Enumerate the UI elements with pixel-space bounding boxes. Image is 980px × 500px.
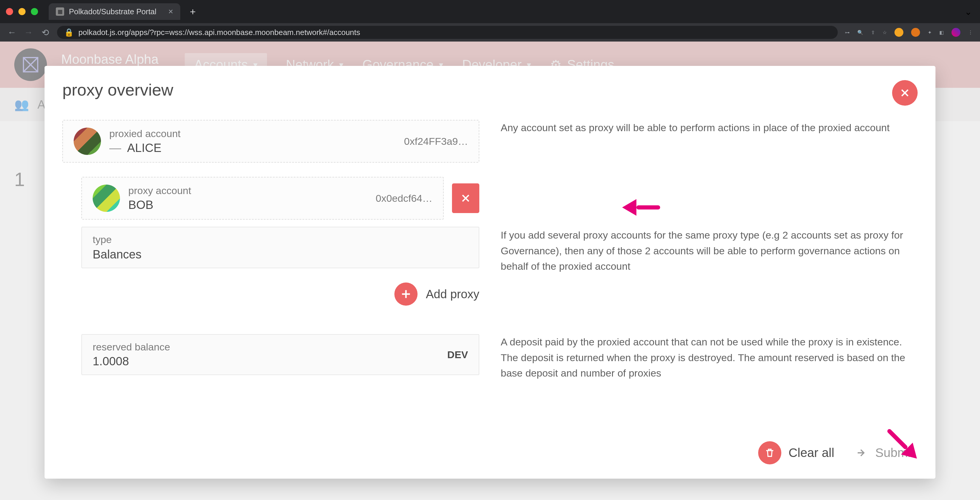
proxied-account-label: proxied account <box>109 128 396 140</box>
clear-all-label: Clear all <box>789 446 834 460</box>
window-zoom-icon[interactable] <box>31 8 38 15</box>
lock-icon: 🔒 <box>64 28 74 37</box>
proxy-account-name: BOB <box>128 198 153 211</box>
extensions-icon[interactable]: ✦ <box>928 30 932 35</box>
reserved-balance-label: reserved balance <box>93 341 170 353</box>
proxied-help-text: Any account set as proxy will be able to… <box>501 120 918 136</box>
clear-all-button[interactable]: Clear all <box>758 441 834 464</box>
add-proxy-button[interactable] <box>395 283 418 306</box>
trash-icon <box>758 441 781 464</box>
reserved-balance-help-text: A deposit paid by the proxied account th… <box>501 334 918 381</box>
window-close-icon[interactable] <box>6 8 13 15</box>
proxy-type-field[interactable]: type Balances <box>81 227 479 268</box>
window-traffic-lights <box>6 8 38 15</box>
key-icon[interactable]: ⊶ <box>845 30 850 35</box>
proxy-account-label: proxy account <box>128 185 368 197</box>
url-text: polkadot.js.org/apps/?rpc=wss://wss.api.… <box>78 28 360 37</box>
proxy-account-hash: 0x0edcf64… <box>375 192 433 204</box>
modal-title: proxy overview <box>62 80 173 99</box>
back-button[interactable]: ← <box>7 28 17 37</box>
metamask-extension-icon[interactable] <box>911 28 920 37</box>
reload-button[interactable]: ⟲ <box>40 28 50 37</box>
zoom-icon[interactable]: 🔍 <box>858 30 863 35</box>
tab-title: Polkadot/Substrate Portal <box>69 7 156 16</box>
identicon-icon <box>93 184 120 212</box>
browser-tab[interactable]: ▦ Polkadot/Substrate Portal × <box>49 3 180 20</box>
proxy-type-help-text: If you add several proxy accounts for th… <box>501 227 918 274</box>
modal-close-button[interactable] <box>892 80 918 106</box>
chrome-menu-icon[interactable]: ⋮ <box>968 30 973 35</box>
proxy-type-value: Balances <box>93 248 142 261</box>
tabs-dropdown-icon[interactable]: ⌄ <box>963 7 973 16</box>
polkadot-extension-icon[interactable] <box>951 28 960 37</box>
proxied-account-hash: 0xf24FF3a9… <box>404 136 468 147</box>
remove-proxy-button[interactable] <box>452 183 479 213</box>
tab-favicon-icon: ▦ <box>56 8 64 16</box>
side-panel-icon[interactable]: ◧ <box>939 30 944 35</box>
proxy-account-field[interactable]: proxy account BOB 0x0edcf64… <box>81 177 444 220</box>
annotation-arrow <box>622 199 660 216</box>
share-icon[interactable]: ⇪ <box>871 30 875 35</box>
identicon-icon <box>74 128 101 155</box>
tab-close-icon[interactable]: × <box>169 7 173 16</box>
reserved-balance-unit: DEV <box>447 349 468 360</box>
proxy-type-label: type <box>93 234 468 245</box>
proxied-account-field[interactable]: proxied account — ALICE 0xf24FF3a9… <box>62 120 479 163</box>
address-bar[interactable]: 🔒 polkadot.js.org/apps/?rpc=wss://wss.ap… <box>57 26 838 39</box>
browser-tab-strip: ▦ Polkadot/Substrate Portal × + ⌄ <box>0 0 980 23</box>
proxy-modal: proxy overview proxied account — ALICE <box>45 66 935 479</box>
reserved-balance-value: 1.0008 <box>93 355 129 368</box>
window-minimize-icon[interactable] <box>18 8 25 15</box>
extension-icon[interactable] <box>894 28 904 37</box>
add-proxy-label: Add proxy <box>426 287 479 301</box>
forward-button[interactable]: → <box>24 28 33 37</box>
bookmark-icon[interactable]: ☆ <box>883 30 887 35</box>
proxied-account-name: ALICE <box>127 141 162 155</box>
submit-icon <box>856 447 868 459</box>
new-tab-button[interactable]: + <box>188 6 198 17</box>
reserved-balance-field: reserved balance 1.0008 DEV <box>81 334 479 375</box>
browser-toolbar: ← → ⟲ 🔒 polkadot.js.org/apps/?rpc=wss://… <box>0 23 980 41</box>
